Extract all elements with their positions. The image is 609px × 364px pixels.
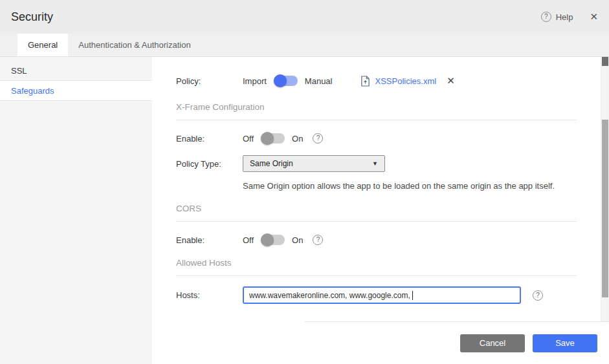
section-divider xyxy=(176,120,577,120)
policy-file-chip: XSSPolicies.xml ✕ xyxy=(360,75,454,87)
tab-authentication-authorization[interactable]: Authentication & Authorization xyxy=(68,34,201,56)
cors-enable-toggle[interactable] xyxy=(261,235,285,245)
help-button[interactable]: ? Help xyxy=(541,12,573,22)
cors-enable-toggle-group: Off On xyxy=(243,235,303,245)
cors-enable-label: Enable: xyxy=(176,235,243,245)
security-dialog: Security ? Help ✕ General Authentication… xyxy=(0,0,609,364)
scrollbar-thumb[interactable] xyxy=(602,120,608,297)
close-icon[interactable]: ✕ xyxy=(590,11,598,23)
section-divider xyxy=(176,221,577,222)
policy-type-selected-value: Same Origin xyxy=(250,159,293,168)
policy-row: Policy: Import Manual xyxy=(176,75,577,87)
sidebar-item-ssl[interactable]: SSL xyxy=(0,61,152,80)
policy-type-row: Policy Type: Same Origin ▼ xyxy=(176,155,577,172)
section-divider xyxy=(176,275,577,276)
title-bar: Security ? Help ✕ xyxy=(0,0,609,34)
off-label: Off xyxy=(243,134,254,144)
cors-section-title: CORS xyxy=(176,204,577,213)
toggle-knob xyxy=(261,233,274,246)
scroll-content: Policy: Import Manual xyxy=(152,57,601,321)
dialog-footer: Cancel Save xyxy=(304,321,609,364)
hosts-input-value: www.wavemakeronline.com, www.google.com, xyxy=(249,291,412,300)
hosts-label: Hosts: xyxy=(176,290,243,300)
help-label: Help xyxy=(556,12,573,22)
vertical-scrollbar[interactable] xyxy=(601,57,609,321)
chevron-down-icon: ▼ xyxy=(372,160,378,167)
page-title: Security xyxy=(11,10,53,24)
hosts-row: Hosts: www.wavemakeronline.com, www.goog… xyxy=(176,286,577,304)
xframe-enable-label: Enable: xyxy=(176,134,243,144)
toggle-knob xyxy=(274,74,287,87)
policy-mode-toggle[interactable] xyxy=(274,76,298,86)
remove-file-icon[interactable]: ✕ xyxy=(447,75,455,87)
policy-mode-toggle-group: Import Manual xyxy=(243,76,332,86)
save-button[interactable]: Save xyxy=(533,334,597,352)
on-label: On xyxy=(292,235,303,245)
manual-label: Manual xyxy=(305,76,333,86)
off-label: Off xyxy=(243,235,254,245)
cors-enable-row: Enable: Off On ? xyxy=(176,235,577,245)
hosts-help-icon[interactable]: ? xyxy=(533,290,543,301)
policy-type-label: Policy Type: xyxy=(176,159,243,169)
toggle-knob xyxy=(261,132,274,145)
cancel-button[interactable]: Cancel xyxy=(460,334,525,352)
titlebar-actions: ? Help ✕ xyxy=(541,11,598,23)
policy-type-description: Same Origin option allows the app to be … xyxy=(176,181,577,191)
policy-label: Policy: xyxy=(176,76,243,86)
hosts-input[interactable]: www.wavemakeronline.com, www.google.com, xyxy=(243,286,521,304)
cors-enable-help-icon[interactable]: ? xyxy=(313,235,323,245)
xframe-enable-toggle-group: Off On xyxy=(243,133,303,144)
xframe-enable-row: Enable: Off On ? xyxy=(176,133,577,144)
tab-general[interactable]: General xyxy=(17,34,68,56)
xframe-enable-help-icon[interactable]: ? xyxy=(313,133,323,144)
on-label: On xyxy=(292,134,303,144)
dialog-body: SSL Safeguards Policy: Import Manual xyxy=(0,57,609,364)
allowed-hosts-section-title: Allowed Hosts xyxy=(176,258,577,268)
scrollbar-thumb[interactable] xyxy=(602,57,608,66)
main-panel: Policy: Import Manual xyxy=(152,57,609,364)
tab-bar: General Authentication & Authorization xyxy=(0,34,609,57)
policy-type-select[interactable]: Same Origin ▼ xyxy=(243,155,385,172)
text-cursor xyxy=(412,291,413,300)
policy-file-link[interactable]: XSSPolicies.xml xyxy=(375,76,436,86)
import-label: Import xyxy=(243,76,267,86)
sidebar: SSL Safeguards xyxy=(0,57,152,364)
xframe-section-title: X-Frame Configuration xyxy=(176,102,577,112)
sidebar-item-safeguards[interactable]: Safeguards xyxy=(0,80,152,101)
xframe-enable-toggle[interactable] xyxy=(261,133,285,144)
xml-file-icon xyxy=(360,76,370,87)
help-circle-icon: ? xyxy=(541,12,551,22)
